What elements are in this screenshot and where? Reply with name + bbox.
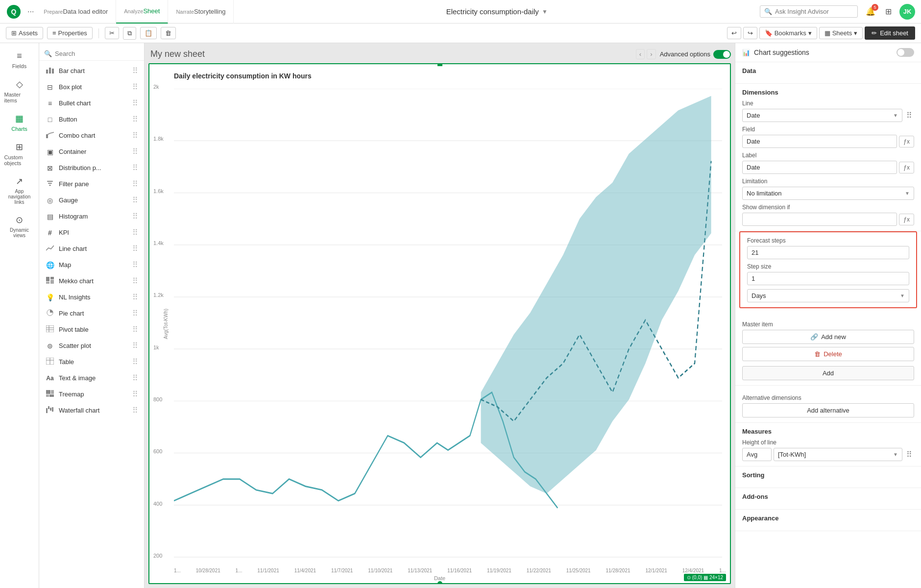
days-select[interactable]: Days ▼: [747, 289, 909, 302]
add-dimension-button[interactable]: Add: [742, 366, 914, 380]
app-title[interactable]: Electricity consumption-daily ▼: [234, 7, 760, 16]
svg-rect-2: [46, 70, 48, 74]
bookmarks-button[interactable]: 🔖 Bookmarks ▾: [759, 27, 817, 39]
advanced-options-switch[interactable]: [713, 50, 731, 59]
field-fx-button[interactable]: ƒx: [899, 136, 914, 147]
step-size-input[interactable]: [747, 272, 909, 285]
distribution-p-drag-handle[interactable]: ⠿: [132, 163, 138, 172]
nav-prepare[interactable]: Prepare Data load editor: [36, 0, 116, 24]
sidebar-item-fields[interactable]: ≡ Fields: [2, 47, 37, 73]
chart-item-pivot-table[interactable]: Pivot table ⠿: [39, 321, 144, 338]
chart-item-distribution-p[interactable]: ⊠ Distribution p... ⠿: [39, 160, 144, 176]
insight-advisor-input[interactable]: [775, 8, 844, 15]
insight-advisor-search[interactable]: 🔍: [760, 5, 858, 18]
field-input[interactable]: [742, 135, 897, 148]
sidebar-item-dynamic-views[interactable]: ⊙ Dynamic views: [2, 211, 37, 242]
chart-item-bar-chart[interactable]: Bar chart ⠿: [39, 63, 144, 79]
histogram-drag-handle[interactable]: ⠿: [132, 212, 138, 221]
sidebar-item-charts[interactable]: ▦ Charts: [2, 109, 37, 136]
bar-chart-drag-handle[interactable]: ⠿: [132, 66, 138, 75]
pie-chart-drag-handle[interactable]: ⠿: [132, 309, 138, 318]
more-options-button[interactable]: ···: [25, 5, 36, 18]
chart-item-histogram[interactable]: ▤ Histogram ⠿: [39, 208, 144, 224]
delete-toolbar-button[interactable]: 🗑: [161, 27, 176, 39]
date-select[interactable]: Date ▼: [742, 109, 902, 122]
chart-item-mekko-chart[interactable]: Mekko chart ⠿: [39, 273, 144, 289]
waterfall-chart-drag-handle[interactable]: ⠿: [132, 406, 138, 415]
add-alternative-button[interactable]: Add alternative: [742, 403, 914, 417]
label-input[interactable]: [742, 161, 897, 174]
mekko-chart-drag-handle[interactable]: ⠿: [132, 276, 138, 286]
chart-item-nl-insights[interactable]: 💡 NL Insights ⠿: [39, 289, 144, 305]
user-avatar[interactable]: JK: [899, 4, 915, 20]
add-new-button[interactable]: 🔗 Add new: [742, 330, 914, 344]
chart-item-text-image[interactable]: Aa Text & image ⠿: [39, 370, 144, 386]
chart-item-scatter-plot[interactable]: ⊚ Scatter plot ⠿: [39, 338, 144, 354]
next-sheet-button[interactable]: ›: [647, 49, 655, 59]
chart-item-container[interactable]: ▣ Container ⠿: [39, 144, 144, 160]
properties-button[interactable]: ≡ Properties: [47, 27, 93, 39]
x-label-10: 11/22/2021: [527, 568, 551, 573]
chart-item-button[interactable]: □ Button ⠿: [39, 111, 144, 127]
chart-item-table[interactable]: Table ⠿: [39, 354, 144, 370]
prev-sheet-button[interactable]: ‹: [636, 49, 645, 59]
dimension-drag-handle[interactable]: ⠿: [904, 110, 914, 121]
paste-button[interactable]: 📋: [140, 27, 157, 39]
advanced-options-toggle[interactable]: Advanced options: [660, 50, 731, 59]
chart-item-filter-pane[interactable]: Filter pane ⠿: [39, 176, 144, 192]
chart-item-box-plot[interactable]: ⊟ Box plot ⠿: [39, 79, 144, 95]
forecast-steps-input[interactable]: [747, 246, 909, 259]
bullet-chart-drag-handle[interactable]: ⠿: [132, 98, 138, 108]
scatter-plot-drag-handle[interactable]: ⠿: [132, 341, 138, 350]
suggestions-toggle[interactable]: [897, 48, 914, 57]
chart-search-input[interactable]: [55, 50, 139, 57]
pivot-table-drag-handle[interactable]: ⠿: [132, 325, 138, 334]
sidebar-item-app-nav[interactable]: ↗ App navigation links: [2, 172, 37, 209]
undo-button[interactable]: ↩: [727, 27, 741, 39]
combo-chart-drag-handle[interactable]: ⠿: [132, 131, 138, 140]
chart-item-map[interactable]: 🌐 Map ⠿: [39, 257, 144, 273]
gauge-drag-handle[interactable]: ⠿: [132, 196, 138, 205]
map-drag-handle[interactable]: ⠿: [132, 260, 138, 270]
line-chart-drag-handle[interactable]: ⠿: [132, 244, 138, 253]
text-image-drag-handle[interactable]: ⠿: [132, 373, 138, 383]
chart-item-pie-chart[interactable]: Pie chart ⠿: [39, 305, 144, 321]
table-drag-handle[interactable]: ⠿: [132, 357, 138, 367]
cut-button[interactable]: ✂: [105, 27, 119, 39]
edit-sheet-button[interactable]: ✏ Edit sheet: [865, 26, 915, 40]
assets-button[interactable]: ⊞ Assets: [6, 27, 43, 39]
box-plot-drag-handle[interactable]: ⠿: [132, 82, 138, 92]
kpi-drag-handle[interactable]: ⠿: [132, 228, 138, 237]
chart-item-kpi[interactable]: # KPI ⠿: [39, 224, 144, 241]
chart-item-treemap[interactable]: Treemap ⠿: [39, 386, 144, 402]
container-drag-handle[interactable]: ⠿: [132, 147, 138, 156]
label-fx-button[interactable]: ƒx: [899, 162, 914, 173]
show-dimension-fx-button[interactable]: ƒx: [899, 214, 914, 225]
chart-item-bullet-chart[interactable]: ≡ Bullet chart ⠿: [39, 95, 144, 111]
limitation-select[interactable]: No limitation ▼: [742, 187, 914, 200]
notifications-button[interactable]: 🔔 5: [864, 5, 877, 18]
avg-select[interactable]: Avg: [742, 448, 772, 461]
chart-bottom-handle[interactable]: [437, 581, 442, 584]
show-dimension-input[interactable]: [742, 213, 897, 226]
nav-analyze[interactable]: Analyze Sheet: [116, 0, 168, 24]
sidebar-item-custom-objects[interactable]: ⊞ Custom objects: [2, 138, 37, 170]
sidebar-item-master-items[interactable]: ◇ Master items: [2, 75, 37, 107]
redo-button[interactable]: ↪: [743, 27, 757, 39]
chart-item-combo-chart[interactable]: Combo chart ⠿: [39, 127, 144, 144]
nl-insights-drag-handle[interactable]: ⠿: [132, 293, 138, 302]
chart-item-waterfall-chart[interactable]: Waterfall chart ⠿: [39, 402, 144, 418]
copy-button[interactable]: ⧉: [123, 27, 136, 40]
button-drag-handle[interactable]: ⠿: [132, 115, 138, 124]
nav-narrate[interactable]: Narrate Storytelling: [168, 0, 234, 24]
measure-value-select[interactable]: [Tot-KWh] ▼: [774, 448, 902, 461]
chart-item-line-chart[interactable]: Line chart ⠿: [39, 241, 144, 257]
sheets-button[interactable]: ▦ Sheets ▾: [819, 27, 863, 39]
treemap-drag-handle[interactable]: ⠿: [132, 390, 138, 399]
chart-top-handle[interactable]: [437, 63, 442, 66]
delete-button[interactable]: 🗑 Delete: [742, 347, 914, 361]
measure-drag-handle[interactable]: ⠿: [904, 449, 914, 460]
chart-item-gauge[interactable]: ◎ Gauge ⠿: [39, 192, 144, 208]
filter-pane-drag-handle[interactable]: ⠿: [132, 179, 138, 189]
grid-icon-button[interactable]: ⊞: [883, 5, 894, 18]
